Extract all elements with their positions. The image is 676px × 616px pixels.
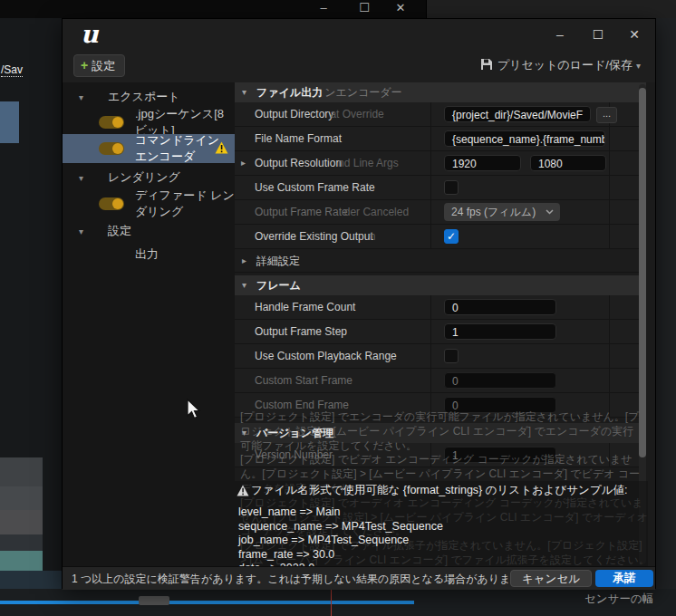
plus-icon: +: [81, 58, 88, 72]
override-existing-output-checkbox[interactable]: ✓: [444, 229, 459, 244]
dialog-minimize-button[interactable]: –: [548, 27, 572, 42]
background-titlebar-segment: [426, 0, 676, 18]
row-custom-start-frame: Custom Start Frame 0: [235, 369, 646, 393]
resolution-height-input[interactable]: 1080: [530, 155, 606, 171]
use-custom-frame-rate-checkbox[interactable]: [444, 180, 459, 195]
bg-close-button[interactable]: ✕: [389, 1, 412, 14]
chevron-down-icon: [546, 209, 554, 215]
row-output-frame-rate: Output Frame Rateder Canceled 24 fps (フィ…: [235, 200, 646, 225]
row-override-existing-output: Override Existing Outputn ✓: [235, 225, 646, 249]
background-track-row: [0, 486, 43, 511]
sidebar-item-jpg-sequence[interactable]: .jpgシーケンス[8ビット]: [63, 110, 235, 135]
ghost-text: der Canceled: [344, 206, 409, 218]
background-track-row: [0, 457, 43, 487]
toggle-switch[interactable]: [99, 116, 124, 129]
mouse-cursor: [187, 399, 202, 420]
save-icon: [480, 58, 493, 71]
chevron-down-icon: ▾: [636, 61, 641, 71]
sidebar-item-deferred-rendering[interactable]: ディファード レンダリング: [63, 191, 235, 217]
row-handle-frame-count: Handle Frame Count 0: [235, 295, 646, 320]
caret-right-icon[interactable]: ▸: [241, 151, 246, 175]
playhead-line: [331, 589, 332, 616]
bg-minimize-button[interactable]: –: [312, 1, 335, 14]
use-custom-playback-range-checkbox[interactable]: [444, 349, 459, 363]
cancel-button[interactable]: キャンセル: [510, 570, 592, 587]
advanced-settings-expander[interactable]: ▸ 詳細設定: [235, 249, 646, 273]
frame-rate-dropdown[interactable]: 24 fps (フィルム): [444, 203, 560, 221]
handle-frame-count-input[interactable]: 0: [444, 299, 556, 315]
accept-button[interactable]: 承諾: [595, 570, 653, 587]
caret-down-icon[interactable]: ▾: [79, 173, 83, 183]
caret-down-icon[interactable]: ▾: [79, 226, 83, 236]
sidebar-group-export[interactable]: ▾ エクスポート: [63, 86, 235, 108]
dialog-titlebar[interactable]: u – ☐ ✕: [63, 19, 655, 52]
sidebar-item-output[interactable]: 出力: [63, 244, 235, 265]
background-path-text: /Sav: [1, 63, 23, 77]
bg-maximize-button[interactable]: ☐: [352, 1, 376, 14]
section-header-frame[interactable]: ▾ フレーム: [235, 275, 646, 295]
row-use-custom-playback-range: Use Custom Playback Range: [235, 344, 646, 369]
background-track-row: [0, 534, 43, 551]
dialog-close-button[interactable]: ✕: [623, 27, 646, 42]
background-track-row: [0, 510, 43, 535]
warning-icon: [215, 141, 228, 154]
sidebar-group-settings[interactable]: ▾ 設定: [63, 220, 235, 242]
caret-down-icon[interactable]: ▾: [242, 275, 246, 295]
browse-button[interactable]: ...: [596, 107, 617, 123]
file-name-format-input[interactable]: {sequence_name}.{frame_numb: [444, 130, 605, 147]
dialog-toolbar: +設定 プリセットのロード/保存▾: [63, 52, 655, 82]
background-scroll-handle[interactable]: [139, 596, 169, 605]
background-track-row-teal: [0, 551, 43, 571]
row-output-frame-step: Output Frame Step 1: [235, 320, 646, 344]
ghost-text: ンエンコーダー: [324, 86, 401, 99]
dialog-maximize-button[interactable]: ☐: [586, 27, 610, 42]
validation-message: 1 つ以上の設定に検証警告があります。これは予期しない結果の原因となる場合があり…: [72, 572, 532, 587]
validation-footer-bar: 1 つ以上の設定に検証警告があります。これは予期しない結果の原因となる場合があり…: [63, 566, 655, 590]
add-setting-button[interactable]: +設定: [73, 54, 125, 77]
section-header-file-output[interactable]: ▾ ファイル出力ンエンコーダー: [235, 82, 646, 102]
movie-render-settings-dialog: u – ☐ ✕ +設定 プリセットのロード/保存▾ ▾ エクスポート .jpgシ…: [62, 18, 656, 589]
background-track-row: [0, 571, 62, 589]
ghost-text: nd Line Args: [338, 157, 399, 169]
resolution-width-input[interactable]: 1920: [444, 155, 521, 171]
sidebar-item-commandline-encoder[interactable]: コマンドライン エンコーダ: [63, 134, 235, 163]
row-output-directory: Output Directoryat Override {project_dir…: [235, 102, 646, 127]
preset-load-save-button[interactable]: プリセットのロード/保存▾: [480, 57, 641, 74]
background-left-panel: /Sav: [0, 18, 62, 616]
format-strings-tooltip: ファイル名形式で使用可能な {format_strings} のリストおよびサン…: [235, 481, 648, 566]
row-output-resolution: ▸ Output Resolutionnd Line Args 1920 108…: [235, 151, 646, 176]
caret-down-icon[interactable]: ▾: [79, 92, 83, 102]
ghost-text: at Override: [330, 108, 383, 120]
settings-tree-sidebar: ▾ エクスポート .jpgシーケンス[8ビット] コマンドライン エンコーダ ▾…: [63, 82, 236, 566]
caret-right-icon: ▸: [242, 249, 246, 273]
scrollbar-thumb[interactable]: [639, 88, 646, 457]
background-bottom-strip: センサーの幅: [0, 589, 676, 616]
background-timeline-bar: [0, 601, 414, 604]
toggle-switch[interactable]: [99, 197, 124, 210]
output-directory-input[interactable]: {project_dir}/Saved/MovieF: [444, 106, 591, 122]
caret-down-icon[interactable]: ▾: [242, 82, 246, 102]
toggle-switch[interactable]: [99, 142, 124, 155]
ghost-text: n: [370, 230, 376, 243]
row-use-custom-frame-rate: Use Custom Frame Rate: [235, 176, 646, 200]
warning-icon: [237, 485, 249, 496]
output-frame-step-input[interactable]: 1: [444, 323, 556, 340]
settings-detail-panel: ▾ ファイル出力ンエンコーダー Output Directoryat Overr…: [235, 82, 655, 566]
unreal-logo-icon: u: [81, 20, 99, 48]
custom-start-frame-input[interactable]: 0: [444, 372, 556, 389]
sensor-width-label: センサーの幅: [584, 592, 653, 607]
sidebar-group-rendering[interactable]: ▾ レンダリング: [63, 166, 235, 189]
row-file-name-format: File Name Format {sequence_name}.{frame_…: [235, 127, 646, 151]
background-selected-block: [0, 101, 19, 143]
